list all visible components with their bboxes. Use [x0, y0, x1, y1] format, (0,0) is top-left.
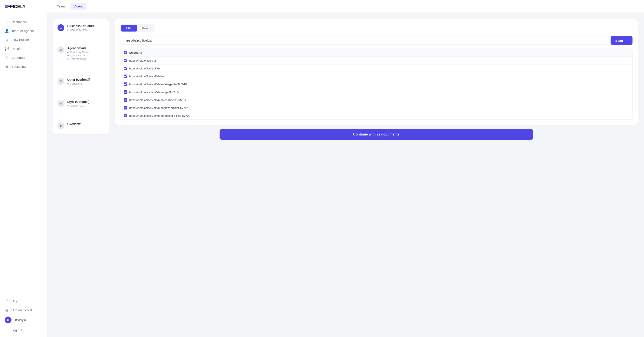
right-panel: URL Files Scan → Select All https://help… [115, 19, 638, 330]
step-sub-label: First Message [70, 58, 87, 60]
sidebar-item-label: Channels [12, 56, 25, 60]
step-sub: Agent Name [67, 54, 104, 57]
files-toggle-btn[interactable]: Files [137, 25, 154, 32]
tab-agent[interactable]: Agent [70, 3, 86, 10]
step-info: Style (Optional) Custom CSS [67, 100, 104, 108]
step-sub-label: Company Data [70, 28, 88, 32]
checkbox-label: https://help.officely.ai/kb/en/ai-agents… [129, 83, 187, 86]
step-dot-icon [67, 105, 68, 106]
step-sub: Company Name [67, 51, 104, 54]
step-connector [61, 32, 61, 41]
step-5: 5 Overview [58, 122, 104, 129]
sidebar-item-subscription[interactable]: ▣ Subscripton [0, 62, 47, 71]
logo-o: 0 [5, 4, 7, 9]
logo: 0FFICELY [0, 0, 47, 14]
step-title: Other (Optional) [67, 78, 104, 81]
checkbox-item-select-all[interactable]: Select All [120, 49, 632, 57]
logout-label: Log out [12, 328, 22, 332]
checkbox-item-url-6[interactable]: https://help.officely.ai/kb/en/channels-… [120, 96, 632, 104]
checkbox-item-url-2[interactable]: https://help.officely.ai/kb [120, 64, 632, 72]
url-files-toggle: URL Files [120, 24, 154, 32]
team-ai-agents-icon: 👤 [5, 28, 9, 33]
checkbox-item-url-3[interactable]: https://help.officely.ai/kb/en [120, 72, 632, 80]
help-icon: ? [5, 299, 9, 303]
main-content: TeamAgent 1 Business Structure Company D… [47, 0, 644, 337]
step-connector [61, 85, 61, 94]
logout-button[interactable]: → Log out [0, 326, 47, 334]
step-sub: Conditions [67, 82, 104, 85]
sidebar-item-help[interactable]: ? Help [0, 296, 47, 306]
sidebar-item-hire-expert[interactable]: ▣ Hire an Expert [0, 306, 47, 314]
step-info: Overview [67, 122, 104, 126]
sidebar-item-label: Subscripton [12, 65, 28, 68]
sidebar-item-dashboard[interactable]: ⊙ Dashboard [0, 17, 47, 26]
step-dot-icon [67, 58, 68, 60]
step-connector [61, 54, 61, 72]
sidebar-item-flow-builder[interactable]: ⚙ Flow Builder [0, 35, 47, 44]
step-title: Agent Details [67, 46, 104, 50]
results-icon: 💬 [5, 46, 9, 51]
step-number: 3 [58, 78, 64, 85]
content-area: 1 Business Structure Company Data 2 Agen… [47, 13, 644, 337]
checkbox-label: https://help.officely.ai/kb/en [129, 75, 164, 78]
step-dot-icon [67, 83, 68, 84]
step-number: 2 [58, 46, 64, 53]
checkbox-input[interactable] [124, 114, 127, 117]
checkbox-input[interactable] [124, 106, 127, 110]
checkbox-label: Select All [129, 51, 142, 54]
checkbox-input[interactable] [124, 74, 127, 78]
checkbox-item-url-5[interactable]: https://help.officely.ai/kb/en/api-30018… [120, 88, 632, 96]
step-info: Business Structure Company Data [67, 24, 104, 32]
url-toggle-btn[interactable]: URL [121, 25, 137, 32]
hire-expert-icon: ▣ [5, 308, 9, 312]
step-title: Business Structure [67, 24, 104, 28]
sidebar: 0FFICELY ⊙ Dashboard 👤 Team AI Agents ⚙ … [0, 0, 47, 337]
checkbox-label: https://help.officely.ai/kb/en/flow-buil… [129, 106, 188, 110]
sidebar-item-team-ai-agents[interactable]: 👤 Team AI Agents [0, 26, 47, 35]
dashboard-icon: ⊙ [5, 20, 9, 24]
scan-button[interactable]: Scan → [610, 36, 632, 45]
checkbox-input[interactable] [124, 51, 127, 54]
step-sub: First Message [67, 58, 104, 60]
checkbox-input[interactable] [124, 98, 127, 102]
step-sub: Custom CSS [67, 104, 104, 107]
step-dot-icon [67, 30, 68, 31]
step-1: 1 Business Structure Company Data [58, 24, 104, 41]
sidebar-item-channels[interactable]: ⬡ Channels [0, 53, 47, 62]
flow-builder-icon: ⚙ [5, 38, 9, 42]
continue-button[interactable]: Continue with 92 documents [220, 129, 533, 140]
checkbox-input[interactable] [124, 82, 127, 86]
step-number: 4 [58, 100, 64, 107]
step-number: 5 [58, 122, 64, 129]
url-input[interactable] [120, 36, 608, 45]
checkbox-item-url-8[interactable]: https://help.officely.ai/kb/en/pricing-b… [120, 112, 632, 120]
user-area[interactable]: O Officely.ai [0, 314, 47, 326]
step-sub-label: Agent Name [70, 54, 84, 57]
logo-suffix: FFICELY [7, 4, 26, 9]
step-number: 1 [58, 24, 64, 31]
checkbox-item-url-7[interactable]: https://help.officely.ai/kb/en/flow-buil… [120, 104, 632, 112]
step-sub: Company Data [67, 28, 104, 32]
sidebar-item-label: Help [12, 299, 18, 303]
step-dot-icon [67, 52, 68, 53]
step-4: 4 Style (Optional) Custom CSS [58, 100, 104, 117]
checkbox-item-url-1[interactable]: https://help.officely.ai [120, 57, 632, 64]
sidebar-item-results[interactable]: 💬 Results [0, 44, 47, 53]
step-3: 3 Other (Optional) Conditions [58, 78, 104, 94]
nav-section: ⊙ Dashboard 👤 Team AI Agents ⚙ Flow Buil… [0, 14, 47, 294]
tab-team[interactable]: Team [53, 3, 69, 10]
checkbox-item-url-4[interactable]: https://help.officely.ai/kb/en/ai-agents… [120, 80, 632, 88]
checkbox-input[interactable] [124, 59, 127, 62]
avatar: O [5, 316, 12, 323]
sidebar-item-label: Dashboard [12, 20, 27, 24]
step-info: Other (Optional) Conditions [67, 78, 104, 86]
step-title: Overview [67, 122, 104, 126]
channels-icon: ⬡ [5, 56, 9, 60]
checkbox-input[interactable] [124, 90, 127, 94]
sidebar-item-label: Results [12, 47, 22, 50]
step-info: Agent Details Company Name Agent Name Fi… [67, 46, 104, 61]
checkbox-input[interactable] [124, 67, 127, 70]
step-2: 2 Agent Details Company Name Agent Name … [58, 46, 104, 72]
step-dot-icon [67, 55, 68, 56]
checkbox-label: https://help.officely.ai [129, 59, 156, 62]
